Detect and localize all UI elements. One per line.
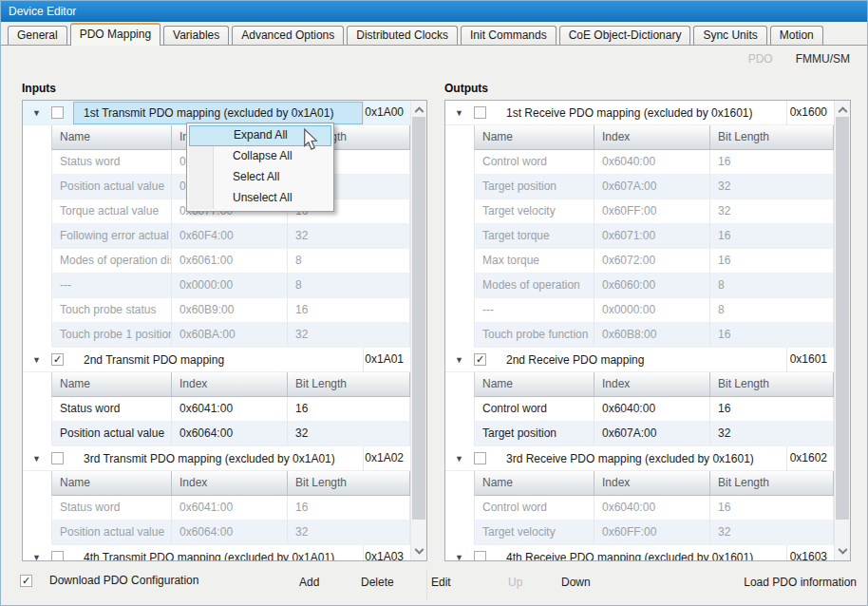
tab-variables[interactable]: Variables [163,26,229,45]
outputs-table-row[interactable]: Max torque0x6072:0016 [474,249,834,274]
cell: 0x0000:00 [594,298,710,322]
inputs-table-row[interactable]: Status word0x6041:0016 [51,397,410,422]
outputs-table-row[interactable]: Control word0x6040:0016 [474,496,834,521]
outputs-section-title: 1st Receive PDO mapping (excluded by 0x1… [496,102,786,124]
inputs-table-row[interactable]: Status word0x6041:0016 [51,496,410,521]
cell: --- [475,298,594,322]
inputs-table-row[interactable]: ---0x0000:008 [51,274,410,298]
scrollbar-thumb[interactable] [836,117,849,520]
delete-button[interactable]: Delete [361,576,394,589]
cell: Target velocity [475,521,594,544]
collapse-triangle-icon[interactable]: ▼ [455,108,474,118]
outputs-table-row[interactable]: Modes of operation0x6060:008 [474,274,834,298]
tab-advanced-options[interactable]: Advanced Options [232,26,344,45]
column-header: Index [594,125,710,149]
menu-item-unselect-all[interactable]: Unselect All [189,188,331,209]
outputs-table-row[interactable]: ---0x0000:008 [474,298,834,323]
cell: 0x0000:00 [172,274,288,297]
down-button[interactable]: Down [561,576,591,589]
inputs-table-row[interactable]: Touch probe 1 position0x60BA:0032 [51,323,410,348]
column-header: Index [594,471,710,495]
cell: 8 [710,274,834,297]
cell: 32 [710,175,834,199]
collapse-triangle-icon[interactable]: ▼ [32,355,51,365]
inputs-table-row[interactable]: Position actual value0x6064:0032 [51,422,410,446]
outputs-table-row[interactable]: Target velocity0x60FF:0032 [474,521,834,545]
inputs-section-checkbox[interactable] [51,106,64,119]
download-pdo-checkbox[interactable]: ✓ [20,575,32,587]
collapse-triangle-icon[interactable]: ▼ [32,108,51,118]
inputs-table-row[interactable]: Modes of operation dis0x6061:008 [51,249,410,274]
cell: 16 [288,397,410,421]
outputs-table-row[interactable]: Control word0x6040:0016 [474,150,834,175]
edit-button[interactable]: Edit [431,576,451,589]
cell: 16 [710,323,834,347]
cell: Target velocity [475,199,594,223]
load-pdo-information-button[interactable]: Load PDO information [744,576,857,589]
cell: 32 [288,323,410,347]
cell: 0x60FF:00 [594,521,710,544]
outputs-table-row[interactable]: Touch probe function0x60B8:0016 [474,323,834,348]
outputs-section-checkbox[interactable] [474,551,486,560]
cell: 0x6040:00 [594,150,710,174]
add-button[interactable]: Add [299,576,319,589]
outputs-section-checkbox[interactable]: ✓ [474,353,486,366]
outputs-table-row[interactable]: Control word0x6040:0016 [474,397,834,422]
cell: Modes of operation dis [52,249,172,273]
outputs-table-header: NameIndexBit Length [474,471,834,496]
cell: 0x6061:00 [172,249,288,273]
inputs-section-row[interactable]: ▼3rd Transmit PDO mapping (excluded by 0… [23,446,410,471]
inputs-section-title: 2nd Transmit PDO mapping [73,349,363,371]
tab-pdo-mapping[interactable]: PDO Mapping [70,23,160,46]
scroll-down-icon[interactable] [411,544,426,560]
mouse-cursor [303,128,318,154]
menu-item-select-all[interactable]: Select All [189,167,331,188]
inputs-table-row[interactable]: Following error actual v0x60F4:0032 [51,224,410,249]
inputs-table-row[interactable]: Touch probe status0x60B9:0016 [51,298,410,323]
inputs-section-checkbox[interactable] [51,452,64,464]
column-header: Name [52,372,172,396]
scroll-up-icon[interactable] [411,101,426,117]
outputs-table-row[interactable]: Target velocity0x60FF:0032 [474,199,834,224]
inputs-vertical-scrollbar[interactable] [410,101,426,560]
cell: 0x6040:00 [594,397,710,421]
scroll-down-icon[interactable] [835,544,850,560]
outputs-table-row[interactable]: Target position0x607A:0032 [474,422,834,446]
outputs-section-index: 0x1603 [786,545,834,561]
outputs-section-row[interactable]: ▼✓2nd Receive PDO mapping0x1601 [445,348,834,372]
collapse-triangle-icon[interactable]: ▼ [32,454,51,464]
inputs-section-row[interactable]: ▼✓2nd Transmit PDO mapping0x1A01 [23,348,410,372]
column-header: Index [172,471,288,495]
collapse-triangle-icon[interactable]: ▼ [455,553,474,561]
up-button[interactable]: Up [508,576,522,589]
outputs-vertical-scrollbar[interactable] [834,101,850,560]
inputs-table-row[interactable]: Position actual value0x6064:0032 [51,521,410,545]
toggle-fmmu-sm[interactable]: FMMU/SM [796,52,850,66]
outputs-table-row[interactable]: Target position0x607A:0032 [474,175,834,199]
collapse-triangle-icon[interactable]: ▼ [455,355,474,365]
outputs-section-checkbox[interactable] [474,106,486,119]
outputs-section-checkbox[interactable] [474,452,486,464]
outputs-section-row[interactable]: ▼3rd Receive PDO mapping (excluded by 0x… [445,446,834,471]
collapse-triangle-icon[interactable]: ▼ [32,553,51,561]
cell: Target position [475,175,594,199]
cell: 0x6040:00 [594,496,710,520]
tab-general[interactable]: General [8,26,67,45]
outputs-section-row[interactable]: ▼1st Receive PDO mapping (excluded by 0x… [445,101,834,125]
inputs-section-row[interactable]: ▼4th Transmit PDO mapping (excluded by 0… [23,545,410,560]
collapse-triangle-icon[interactable]: ▼ [455,454,474,464]
scrollbar-thumb[interactable] [412,117,425,520]
scroll-up-icon[interactable] [835,101,850,117]
tab-motion[interactable]: Motion [770,26,823,45]
window-titlebar: Device Editor [1,1,867,22]
toggle-pdo[interactable]: PDO [748,52,773,66]
tab-sync-units[interactable]: Sync Units [693,26,766,45]
tab-distributed-clocks[interactable]: Distributed Clocks [347,26,458,45]
inputs-section-checkbox[interactable]: ✓ [51,353,64,366]
cell: 32 [710,199,834,223]
tab-coe-object-dictionary[interactable]: CoE Object-Dictionary [559,26,691,45]
outputs-table-row[interactable]: Target torque0x6071:0016 [474,224,834,249]
tab-init-commands[interactable]: Init Commands [461,26,557,45]
outputs-section-row[interactable]: ▼4th Receive PDO mapping (excluded by 0x… [445,545,834,560]
inputs-section-checkbox[interactable] [51,551,64,560]
